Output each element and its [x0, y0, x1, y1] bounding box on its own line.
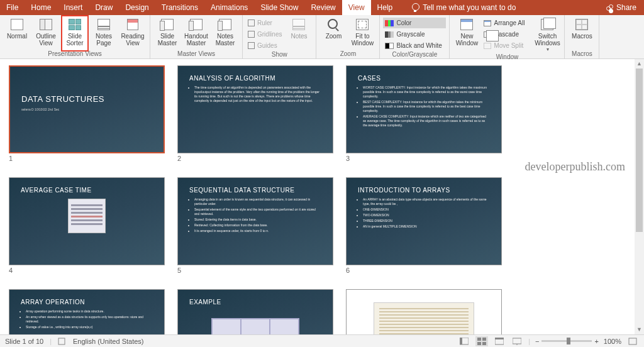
scroll-up-icon[interactable]: ▲ [635, 59, 644, 69]
slide-title: CASES [358, 75, 490, 82]
fit-window-button[interactable]: Fit to Window [348, 16, 376, 50]
slide-thumb-9[interactable]: 9 [346, 289, 502, 334]
guides-checkbox[interactable]: Guides [246, 40, 284, 51]
ruler-checkbox[interactable]: Ruler [246, 18, 284, 28]
tab-draw[interactable]: Draw [89, 0, 119, 15]
slideshow-view-icon[interactable] [511, 336, 523, 346]
reading-view-button[interactable]: Reading View [119, 16, 147, 50]
arrange-all-button[interactable]: Arrange All [482, 18, 532, 28]
tab-home[interactable]: Home [25, 0, 57, 15]
share-button[interactable]: Share [606, 3, 636, 12]
notes-master-button[interactable]: Notes Master [211, 16, 239, 50]
group-show: Ruler Gridlines Guides Notes Show [243, 15, 316, 58]
tab-help[interactable]: Help [371, 0, 399, 15]
slide-sorter-button[interactable]: Slide Sorter [61, 15, 89, 52]
spellcheck-icon[interactable] [58, 338, 67, 345]
checkbox-icon [248, 31, 255, 38]
zoom-slider[interactable]: − + [535, 338, 599, 345]
bw-button[interactable]: Black and White [383, 40, 446, 51]
zoom-button[interactable]: Zoom [319, 16, 347, 50]
watermark: developerpublish.com [525, 160, 625, 174]
svg-rect-6 [482, 342, 486, 345]
tab-slideshow[interactable]: Slide Show [254, 0, 304, 15]
slide-sorter-area[interactable]: DATA STRUCTURESselena D 10/10/22 2nd Sec… [0, 59, 635, 334]
svg-rect-5 [477, 342, 481, 345]
tab-review[interactable]: Review [304, 0, 341, 15]
grayscale-button[interactable]: Grayscale [383, 29, 446, 40]
vertical-scrollbar[interactable]: ▲ ▼ [635, 59, 644, 334]
slide-thumb-2[interactable]: ANALYSIS OF ALGORITHMThe time complexity… [177, 65, 333, 162]
notes-button[interactable]: Notes [285, 16, 313, 51]
move-split-button[interactable]: Move Split [482, 40, 532, 51]
tell-me-search[interactable]: Tell me what you want to do [411, 3, 516, 12]
slide-title: DATA STRUCTURES [21, 94, 152, 104]
slide-body: Arranging data in an order is known as s… [189, 197, 321, 233]
slide-number: 4 [9, 267, 165, 274]
window-icon [460, 19, 473, 30]
svg-rect-3 [477, 338, 481, 341]
slide-thumb-8[interactable]: EXAMPLE8 [177, 289, 333, 334]
new-window-button[interactable]: New Window [453, 16, 480, 53]
bulb-icon [411, 3, 419, 12]
reading-icon [127, 19, 138, 30]
zoom-level[interactable]: 100% [604, 338, 621, 345]
zoom-out-icon[interactable]: − [535, 338, 539, 345]
tell-me-label: Tell me what you want to do [423, 3, 516, 12]
notes-icon [292, 19, 305, 30]
svg-rect-2 [460, 338, 462, 344]
slide-sorter-view-icon[interactable] [475, 336, 488, 346]
cascade-button[interactable]: Cascade [482, 29, 532, 40]
svg-rect-11 [629, 338, 636, 344]
tab-file[interactable]: File [0, 0, 25, 15]
slide-title: ARRAY OPERATION [21, 299, 153, 306]
switch-icon [541, 19, 553, 30]
scroll-thumb[interactable] [636, 69, 643, 232]
group-master-views: Slide Master Handout Master Notes Master… [150, 15, 243, 58]
slide-thumb-5[interactable]: SEQUENTIAL DATA STRUCTUREArranging data … [177, 177, 333, 274]
checkbox-icon [248, 42, 255, 49]
reading-view-icon[interactable] [493, 336, 506, 346]
slide-number: 2 [177, 155, 333, 162]
svg-rect-8 [495, 338, 504, 339]
tab-view[interactable]: View [342, 0, 371, 15]
handout-master-button[interactable]: Handout Master [182, 16, 210, 50]
outline-view-button[interactable]: Outline View [32, 16, 60, 50]
slide-title: SEQUENTIAL DATA STRUCTURE [189, 187, 321, 194]
tab-design[interactable]: Design [119, 0, 155, 15]
macros-button[interactable]: Macros [568, 16, 596, 50]
group-label: Show [272, 51, 287, 59]
normal-view-button[interactable]: Normal [3, 16, 31, 50]
switch-windows-button[interactable]: Switch Windows [533, 16, 561, 53]
slide-thumb-3[interactable]: CASESWORST CASE COMPLEXITY: Input instan… [346, 65, 502, 162]
fit-to-window-icon[interactable] [626, 336, 639, 346]
status-bar: Slide 1 of 10 | English (United States) … [0, 334, 644, 347]
slide-body: Array operation performing some tasks in… [21, 309, 153, 329]
notes-master-icon [219, 19, 231, 30]
normal-view-icon[interactable] [458, 336, 470, 346]
slide-thumb-6[interactable]: INTRODUCTION TO ARRAYSAn ARRAY is an abs… [346, 177, 502, 274]
bw-icon [385, 43, 394, 49]
tab-insert[interactable]: Insert [57, 0, 89, 15]
scroll-down-icon[interactable]: ▼ [635, 325, 644, 334]
embedded-image [68, 199, 106, 233]
slide-title: INTRODUCTION TO ARRAYS [358, 187, 490, 194]
notes-page-button[interactable]: Notes Page [90, 16, 118, 50]
color-icon [385, 20, 394, 26]
slide-thumb-1[interactable]: DATA STRUCTURESselena D 10/10/22 2nd Sec… [9, 65, 165, 162]
slide-master-button[interactable]: Slide Master [153, 16, 181, 50]
tab-animations[interactable]: Animations [204, 0, 254, 15]
group-zoom: Zoom Fit to Window Zoom [316, 15, 380, 58]
group-label: Macros [572, 50, 592, 58]
slide-body: An ARRAY is an abstract data type whose … [358, 197, 490, 229]
tab-transitions[interactable]: Transitions [155, 0, 204, 15]
slide-thumb-7[interactable]: ARRAY OPERATIONArray operation performin… [9, 289, 165, 334]
zoom-in-icon[interactable]: + [594, 338, 598, 345]
slide-thumb-4[interactable]: AVERAGE CASE TIME4 [9, 177, 165, 274]
split-icon [484, 43, 491, 49]
embedded-image [374, 302, 474, 334]
language-indicator[interactable]: English (United States) [73, 338, 144, 345]
color-button[interactable]: Color [383, 18, 446, 28]
gridlines-checkbox[interactable]: Gridlines [246, 29, 284, 40]
embedded-table [211, 318, 299, 334]
slide-master-icon [161, 19, 174, 30]
